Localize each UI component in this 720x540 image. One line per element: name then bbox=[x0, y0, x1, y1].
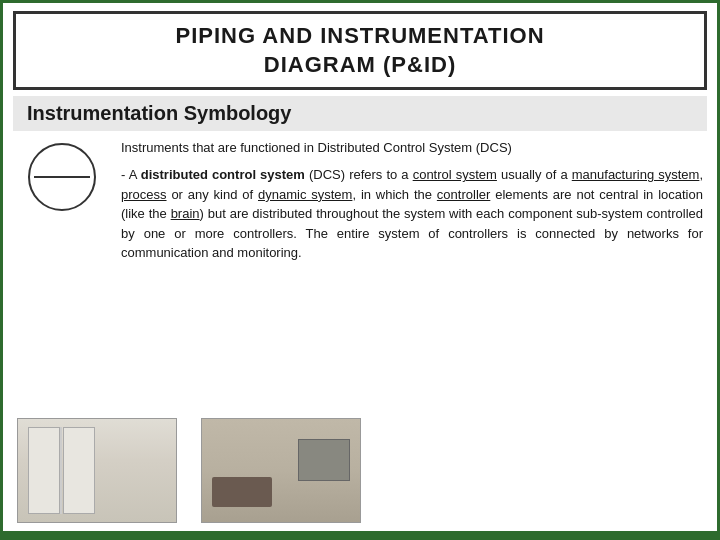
content-area: Instruments that are functioned in Distr… bbox=[3, 139, 717, 408]
image-control-room bbox=[201, 418, 361, 523]
page-title: PIPING AND INSTRUMENTATION DIAGRAM (P&ID… bbox=[28, 22, 692, 79]
link-brain[interactable]: brain bbox=[171, 206, 200, 221]
link-process[interactable]: process bbox=[121, 187, 167, 202]
bottom-border bbox=[3, 531, 717, 537]
link-dynamic-system[interactable]: dynamic system bbox=[258, 187, 352, 202]
link-controller[interactable]: controller bbox=[437, 187, 490, 202]
section-title: Instrumentation Symbology bbox=[27, 102, 693, 125]
images-row bbox=[3, 408, 717, 531]
image-server-room bbox=[17, 418, 177, 523]
link-control-system[interactable]: control system bbox=[413, 167, 497, 182]
text-area: Instruments that are functioned in Distr… bbox=[121, 139, 703, 408]
dcs-symbol-icon bbox=[28, 143, 96, 211]
main-container: PIPING AND INSTRUMENTATION DIAGRAM (P&ID… bbox=[0, 0, 720, 540]
bold-dcs: distributed control system bbox=[141, 167, 305, 182]
title-bar: PIPING AND INSTRUMENTATION DIAGRAM (P&ID… bbox=[13, 11, 707, 90]
symbol-area bbox=[17, 139, 107, 408]
section-header: Instrumentation Symbology bbox=[13, 96, 707, 131]
link-manufacturing[interactable]: manufacturing system bbox=[572, 167, 700, 182]
subtitle-text: Instruments that are functioned in Distr… bbox=[121, 139, 703, 157]
description-text: - A distributed control system (DCS) ref… bbox=[121, 165, 703, 263]
